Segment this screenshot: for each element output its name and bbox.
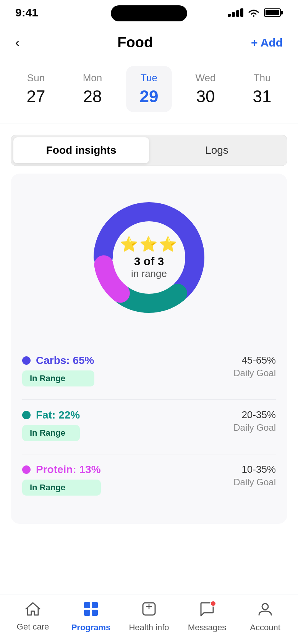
calendar-day-30[interactable]: Wed 30 [183, 66, 228, 112]
nav-label-programs: Programs [71, 623, 111, 633]
day-name: Wed [196, 72, 216, 84]
svg-rect-7 [92, 610, 98, 616]
day-name: Sun [27, 72, 45, 84]
nav-icon-programs [83, 601, 99, 620]
day-number: 31 [253, 87, 272, 106]
nav-item-health-info[interactable]: Health info [128, 601, 170, 633]
donut-in-range-label: in range [131, 268, 167, 280]
macro-goal: Daily Goal [233, 477, 276, 488]
signal-icon [228, 8, 243, 17]
macro-dot [22, 356, 31, 365]
status-icons [228, 8, 283, 18]
day-name: Mon [83, 72, 102, 84]
macro-label: Fat: 22% [36, 409, 80, 421]
macro-dot [22, 411, 31, 419]
nav-label-get-care: Get care [17, 622, 49, 632]
macro-range: 45-65% [233, 354, 276, 366]
nav-label-messages: Messages [188, 623, 226, 633]
macro-goal-info: 20-35% Daily Goal [233, 409, 276, 433]
macro-label: Carbs: 65% [36, 354, 94, 367]
nav-icon-health-info [141, 601, 157, 620]
calendar-divider [0, 124, 298, 124]
page-title: Food [117, 34, 153, 51]
svg-rect-5 [92, 602, 98, 608]
dynamic-island [111, 5, 187, 21]
calendar-day-27[interactable]: Sun 27 [13, 66, 59, 112]
in-range-badge: In Range [22, 480, 101, 496]
svg-point-11 [262, 604, 268, 610]
nav-item-get-care[interactable]: Get care [12, 602, 54, 632]
day-number: 30 [196, 87, 215, 106]
nav-icon-get-care [25, 602, 40, 619]
macro-goal: Daily Goal [233, 368, 276, 378]
donut-chart-container: ⭐⭐⭐ 3 of 3 in range [22, 185, 276, 330]
page-header: ‹ Food + Add [0, 23, 298, 58]
status-time: 9:41 [15, 6, 38, 19]
macro-range: 10-35% [233, 464, 276, 475]
day-name: Tue [141, 72, 157, 84]
donut-stars: ⭐⭐⭐ [120, 236, 178, 253]
wifi-icon [247, 8, 260, 18]
nav-item-programs[interactable]: Programs [70, 601, 112, 633]
health-info-icon [141, 601, 157, 617]
calendar-day-28[interactable]: Mon 28 [70, 66, 115, 112]
chart-card: ⭐⭐⭐ 3 of 3 in range Carbs: 65% In Range … [11, 174, 287, 524]
macro-title: Protein: 13% [22, 464, 101, 476]
day-number: 27 [27, 87, 45, 106]
calendar-day-29[interactable]: Tue 29 [126, 66, 172, 112]
svg-rect-6 [84, 610, 90, 616]
macro-row-carbs: Carbs: 65% In Range 45-65% Daily Goal [22, 345, 276, 400]
day-number: 28 [83, 87, 102, 106]
macro-goal: Daily Goal [233, 422, 276, 433]
bottom-nav: Get care Programs Health info Mess [0, 594, 298, 644]
nav-icon-account [258, 601, 273, 620]
nav-label-account: Account [250, 623, 280, 633]
in-range-badge: In Range [22, 425, 80, 441]
tab-food-insights[interactable]: Food insights [13, 137, 149, 163]
account-icon [258, 601, 273, 617]
donut-count: 3 of 3 [134, 255, 164, 268]
tab-logs[interactable]: Logs [149, 137, 285, 163]
macro-rows: Carbs: 65% In Range 45-65% Daily Goal Fa… [22, 345, 276, 509]
day-name: Thu [254, 72, 271, 84]
donut-center: ⭐⭐⭐ 3 of 3 in range [120, 236, 178, 280]
tab-toggle: Food insightsLogs [11, 135, 287, 166]
svg-rect-4 [84, 602, 90, 608]
macro-goal-info: 10-35% Daily Goal [233, 464, 276, 488]
battery-icon [264, 8, 283, 17]
back-button[interactable]: ‹ [15, 35, 19, 50]
macro-goal-info: 45-65% Daily Goal [233, 354, 276, 378]
notification-badge [210, 601, 216, 607]
macro-row-protein: Protein: 13% In Range 10-35% Daily Goal [22, 454, 276, 509]
nav-item-account[interactable]: Account [244, 601, 286, 633]
macro-label: Protein: 13% [36, 464, 101, 476]
macro-dot [22, 465, 31, 474]
calendar-strip: Sun 27 Mon 28 Tue 29 Wed 30 Thu 31 [0, 58, 298, 124]
nav-item-messages[interactable]: Messages [186, 601, 228, 633]
nav-label-health-info: Health info [129, 623, 169, 633]
in-range-badge: In Range [22, 370, 94, 386]
add-button[interactable]: + Add [251, 36, 283, 49]
day-number: 29 [140, 87, 159, 106]
macro-title: Carbs: 65% [22, 354, 94, 367]
calendar-day-31[interactable]: Thu 31 [239, 66, 285, 112]
macro-title: Fat: 22% [22, 409, 80, 421]
macro-range: 20-35% [233, 409, 276, 421]
nav-icon-messages [199, 601, 215, 620]
home-icon [25, 602, 40, 616]
macro-row-fat: Fat: 22% In Range 20-35% Daily Goal [22, 400, 276, 454]
programs-icon [83, 601, 99, 617]
